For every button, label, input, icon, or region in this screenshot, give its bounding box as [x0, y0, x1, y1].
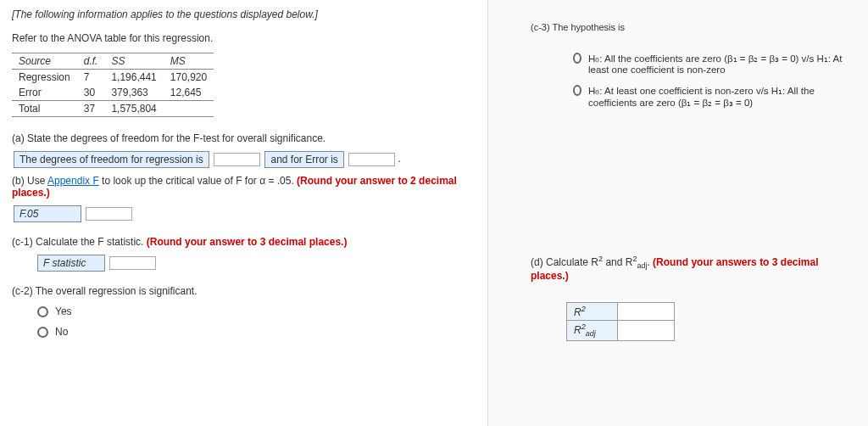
- cell: 379,363: [104, 85, 163, 101]
- cell: Error: [12, 85, 77, 101]
- col-ms: MS: [164, 53, 214, 70]
- label-box: The degrees of freedom for regression is: [14, 151, 209, 168]
- anova-table: Source d.f. SS MS Regression 7 1,196,441…: [12, 53, 214, 117]
- radio-label: Yes: [55, 305, 72, 317]
- cell: 1,575,804: [104, 101, 163, 117]
- radio-icon: [37, 327, 48, 338]
- cell: 37: [77, 101, 105, 117]
- text: to look up the critical value of F for α…: [99, 175, 297, 187]
- table-row: R2adj: [567, 321, 675, 340]
- text: and R: [603, 256, 632, 268]
- rsq-input[interactable]: [625, 305, 667, 318]
- radio-icon: [37, 306, 48, 317]
- f-critical-input[interactable]: [86, 207, 132, 221]
- radio-hypothesis-1[interactable]: H₀: All the coefficients are zero (β₁ = …: [573, 53, 853, 75]
- table-row: R2: [567, 303, 675, 321]
- cell: 170,920: [164, 70, 214, 86]
- question-c3: (c-3) The hypothesis is: [531, 22, 853, 32]
- cell: Total: [12, 101, 77, 117]
- col-df: d.f.: [77, 53, 105, 70]
- sup: 2: [581, 305, 586, 313]
- question-d: (d) Calculate R2 and R2adj. (Round your …: [531, 255, 853, 282]
- question-a: (a) State the degrees of freedom for the…: [12, 132, 476, 144]
- cell: Regression: [12, 70, 77, 86]
- context-note: [The following information applies to th…: [12, 8, 476, 20]
- round-note: (Round your answer to 3 decimal places.): [147, 236, 348, 248]
- sub: adj: [637, 261, 647, 270]
- sub: adj: [586, 330, 596, 339]
- rsq-adj-label: R2adj: [567, 321, 618, 340]
- table-row: Total 37 1,575,804: [12, 101, 214, 117]
- radio-icon: [573, 53, 581, 64]
- col-source: Source: [12, 53, 77, 70]
- radio-icon: [573, 85, 581, 96]
- question-c2: (c-2) The overall regression is signific…: [12, 285, 476, 297]
- cell: 7: [77, 70, 105, 86]
- label-box: F statistic: [37, 255, 105, 272]
- col-ss: SS: [104, 53, 163, 70]
- radio-yes[interactable]: Yes: [37, 305, 476, 317]
- df-regression-input[interactable]: [214, 153, 260, 166]
- question-c1: (c-1) Calculate the F statistic. (Round …: [12, 236, 476, 248]
- text: (d) Calculate R: [531, 256, 598, 268]
- radio-hypothesis-2[interactable]: H₀: At least one coefficient is non-zero…: [573, 85, 853, 109]
- rsq-adj-input[interactable]: [625, 324, 667, 338]
- cell: 12,645: [164, 85, 214, 101]
- cell: 30: [77, 85, 105, 101]
- table-row: Regression 7 1,196,441 170,920: [12, 70, 214, 86]
- cell: 1,196,441: [104, 70, 163, 86]
- text: (c-1) Calculate the F statistic.: [12, 236, 147, 248]
- appendix-link[interactable]: Appendix F: [47, 175, 99, 187]
- table-row: Error 30 379,363 12,645: [12, 85, 214, 101]
- lead-text: Refer to the ANOVA table for this regres…: [12, 32, 476, 44]
- f-statistic-input[interactable]: [109, 256, 156, 270]
- df-error-input[interactable]: [348, 153, 395, 166]
- rsq-table: R2 R2adj: [566, 302, 675, 340]
- label-box: F.05: [14, 205, 81, 222]
- text: (b) Use: [12, 175, 47, 187]
- rsq-label: R2: [567, 303, 618, 321]
- radio-label: No: [55, 326, 68, 338]
- radio-label: H₀: At least one coefficient is non-zero…: [588, 85, 853, 109]
- radio-label: H₀: All the coefficients are zero (β₁ = …: [588, 53, 853, 75]
- cell: [164, 101, 214, 117]
- question-b: (b) Use Appendix F to look up the critic…: [12, 175, 476, 199]
- label-box: and for Error is: [264, 151, 343, 168]
- radio-no[interactable]: No: [37, 326, 476, 338]
